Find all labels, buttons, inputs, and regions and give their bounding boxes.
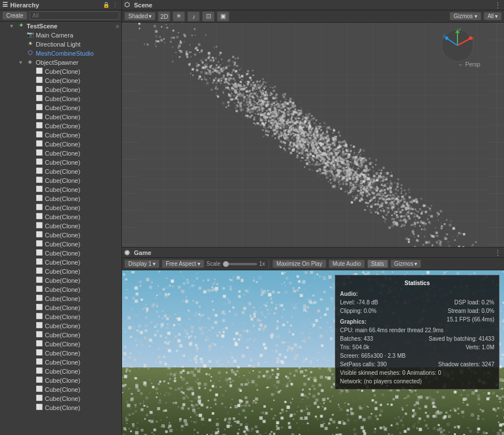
hierarchy-item-cube-7[interactable]: ⬜ Cube(Clone) [0,122,121,131]
svg-rect-4672 [313,396,314,398]
svg-rect-4110 [477,398,480,400]
hierarchy-item-cube-23[interactable]: ⬜ Cube(Clone) [0,267,121,276]
camera-icon-btn[interactable]: ▣ [217,11,229,22]
svg-rect-1552 [271,119,274,122]
hierarchy-item-cube-3[interactable]: ⬜ Cube(Clone) [0,85,121,94]
svg-rect-2573 [287,152,288,153]
scene-tab-label: Scene [134,2,152,9]
hierarchy-item-cube-10[interactable]: ⬜ Cube(Clone) [0,149,121,158]
hierarchy-item-mesh-combine[interactable]: ⬡ MeshCombineStudio [0,49,121,58]
hierarchy-item-cube-35[interactable]: ⬜ Cube(Clone) [0,376,121,385]
svg-rect-4713 [149,392,150,394]
svg-rect-1520 [312,170,313,172]
svg-rect-781 [171,37,173,39]
hierarchy-item-cube-11[interactable]: ⬜ Cube(Clone) [0,158,121,167]
svg-rect-2864 [235,97,237,99]
svg-rect-4331 [238,295,241,298]
create-button[interactable]: Create [2,11,27,20]
hierarchy-item-cube-31[interactable]: ⬜ Cube(Clone) [0,340,121,349]
gizmo-widget[interactable]: Y X Z [439,27,476,64]
svg-rect-4028 [390,404,393,406]
hierarchy-lock-icon[interactable]: 🔒 [102,1,110,9]
svg-rect-4577 [179,286,180,288]
svg-rect-305 [273,126,275,128]
hierarchy-item-cube-28[interactable]: ⬜ Cube(Clone) [0,312,121,321]
hierarchy-item-cube-26[interactable]: ⬜ Cube(Clone) [0,294,121,303]
fx-icon-btn[interactable]: ⊡ [202,11,215,22]
hierarchy-item-cube-5[interactable]: ⬜ Cube(Clone) [0,103,121,112]
scene-menu-icon[interactable]: ≡ [116,23,119,30]
hierarchy-item-cube-8[interactable]: ⬜ Cube(Clone) [0,131,121,140]
hierarchy-item-cube-21[interactable]: ⬜ Cube(Clone) [0,249,121,258]
hierarchy-item-cube-34[interactable]: ⬜ Cube(Clone) [0,367,121,376]
hierarchy-item-cube-30[interactable]: ⬜ Cube(Clone) [0,331,121,340]
hierarchy-item-cube-2[interactable]: ⬜ Cube(Clone) [0,76,121,85]
hierarchy-item-cube-27[interactable]: ⬜ Cube(Clone) [0,303,121,312]
svg-rect-4168 [199,402,201,404]
shading-dropdown[interactable]: Shaded ▾ [124,12,156,20]
stats-btn[interactable]: Stats [367,260,388,268]
hierarchy-item-cube-4[interactable]: ⬜ Cube(Clone) [0,94,121,103]
hierarchy-item-object-spawner[interactable]: ▼ ◈ ObjectSpawner [0,58,121,67]
scene-panel-menu[interactable]: ⋮ [494,1,502,10]
hierarchy-item-cube-6[interactable]: ⬜ Cube(Clone) [0,112,121,122]
hierarchy-item-cube-38[interactable]: ⬜ Cube(Clone) [0,403,121,412]
svg-rect-2781 [138,23,141,25]
hierarchy-item-cube-22[interactable]: ⬜ Cube(Clone) [0,258,121,267]
hierarchy-item-cube-12[interactable]: ⬜ Cube(Clone) [0,167,121,176]
game-panel-menu[interactable]: ⋮ [494,248,502,257]
hierarchy-item-cube-1[interactable]: ⬜ Cube(Clone) [0,67,121,76]
hierarchy-item-cube-36[interactable]: ⬜ Cube(Clone) [0,385,121,394]
hierarchy-item-cube-18[interactable]: ⬜ Cube(Clone) [0,221,121,231]
hierarchy-item-cube-9[interactable]: ⬜ Cube(Clone) [0,140,121,149]
game-gizmos-btn[interactable]: Gizmos ▾ [390,260,422,268]
svg-rect-2961 [348,195,348,195]
svg-rect-2391 [410,208,411,210]
display-dropdown[interactable]: Display 1 ▾ [124,260,159,268]
svg-rect-1829 [396,192,396,193]
svg-rect-356 [401,187,402,189]
hierarchy-item-cube-15[interactable]: ⬜ Cube(Clone) [0,194,121,203]
svg-rect-4163 [165,363,167,365]
scale-slider[interactable] [223,263,257,265]
svg-rect-2851 [201,79,203,81]
svg-rect-3245 [269,306,270,307]
hierarchy-item-cube-13[interactable]: ⬜ Cube(Clone) [0,176,121,185]
game-tab[interactable]: ◉ Game [124,249,152,257]
hierarchy-item-cube-20[interactable]: ⬜ Cube(Clone) [0,240,121,249]
svg-rect-749 [374,187,375,189]
lighting-icon-btn[interactable]: ☀ [173,11,185,22]
hierarchy-item-cube-19[interactable]: ⬜ Cube(Clone) [0,231,121,240]
all-layers-dropdown[interactable]: All ▾ [484,12,502,20]
maximize-on-play-btn[interactable]: Maximize On Play [272,260,326,268]
svg-rect-1718 [290,107,292,109]
svg-rect-2423 [347,191,348,192]
audio-icon-btn[interactable]: ♪ [187,11,200,22]
hierarchy-item-cube-25[interactable]: ⬜ Cube(Clone) [0,285,121,294]
2d-button[interactable]: 2D [158,11,170,22]
aspect-dropdown[interactable]: Free Aspect ▾ [162,260,204,268]
hierarchy-item-cube-24[interactable]: ⬜ Cube(Clone) [0,276,121,285]
hierarchy-item-cube-33[interactable]: ⬜ Cube(Clone) [0,358,121,367]
hierarchy-item-cube-32[interactable]: ⬜ Cube(Clone) [0,349,121,358]
svg-rect-4714 [188,309,190,312]
svg-rect-3450 [254,311,257,313]
hierarchy-item-cube-16[interactable]: ⬜ Cube(Clone) [0,203,121,212]
hierarchy-item-cube-14[interactable]: ⬜ Cube(Clone) [0,185,121,194]
hierarchy-item-cube-37[interactable]: ⬜ Cube(Clone) [0,394,121,403]
hierarchy-item-directional-light[interactable]: ☀ Directional Light [0,40,121,49]
mute-audio-btn[interactable]: Mute Audio [329,260,365,268]
hierarchy-search[interactable] [30,11,119,20]
svg-rect-2910 [348,155,350,157]
svg-rect-4789 [194,281,195,282]
svg-rect-4044 [299,419,300,420]
gizmos-dropdown[interactable]: Gizmos ▾ [450,12,481,20]
hierarchy-item-cube-29[interactable]: ⬜ Cube(Clone) [0,321,121,331]
hierarchy-menu-icon[interactable]: ⋮ [111,1,119,9]
svg-rect-2981 [274,118,275,119]
hierarchy-item-main-camera[interactable]: 📷 Main Camera [0,31,121,40]
svg-rect-2564 [328,153,329,154]
scene-root-item[interactable]: ▼ ✦ TestScene ≡ [0,22,121,31]
scene-tab[interactable]: ⬡ Scene [124,1,152,9]
hierarchy-item-cube-17[interactable]: ⬜ Cube(Clone) [0,212,121,221]
